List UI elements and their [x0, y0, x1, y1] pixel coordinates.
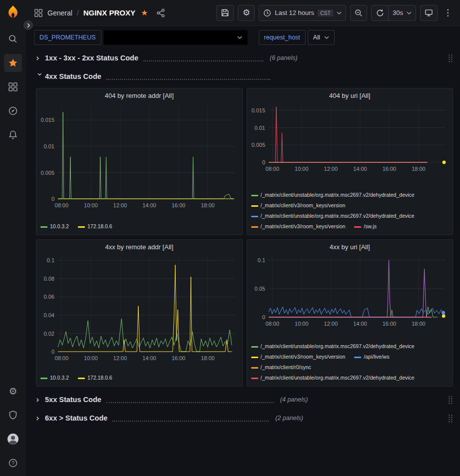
variables-bar: DS_PROMETHEUS request_host All [26, 26, 460, 49]
sidebar-expand-button[interactable] [23, 20, 33, 30]
svg-text:0.08: 0.08 [44, 276, 54, 282]
svg-text:0: 0 [262, 314, 265, 320]
refresh-interval-label: 30s [393, 9, 403, 16]
row-6xx[interactable]: › 6xx > Status Code (2 panels) [36, 411, 453, 425]
legend-item[interactable]: /_matrix/client/unstable/org.matrix.msc2… [251, 211, 415, 221]
request-host-variable-label[interactable]: request_host [259, 30, 306, 45]
time-series-chart[interactable]: 00.050.108:0010:0012:0014:0016:0018:00 [247, 252, 453, 332]
row-1xx-3xx-2xx[interactable]: › 1xx - 3xx - 2xx Status Code (6 panels) [36, 51, 453, 65]
search-icon [8, 34, 18, 44]
legend-item[interactable]: /_matrix/client/unstable/org.matrix.msc2… [251, 373, 415, 383]
panel-title[interactable]: 4xx by uri [All] [247, 240, 453, 252]
timezone-badge: CST [318, 9, 333, 16]
dashboard-settings-button[interactable]: ⚙ [238, 5, 255, 21]
svg-text:0.1: 0.1 [257, 257, 265, 263]
dashboard-content: DS_PROMETHEUS request_host All › 1xx - 3… [26, 26, 460, 476]
svg-text:10:00: 10:00 [295, 321, 309, 327]
save-dashboard-button[interactable] [216, 5, 234, 21]
row-5xx[interactable]: › 5xx Status Code (4 panels) [36, 393, 453, 407]
legend-item[interactable]: 10.0.3.2 [40, 373, 69, 383]
legend-series-name: 172.18.0.6 [87, 223, 112, 229]
chevron-down-icon [337, 11, 342, 14]
sidebar-item-server-admin[interactable] [4, 406, 22, 424]
share-button[interactable] [156, 8, 165, 17]
panel-title[interactable]: 4xx by remote addr [All] [36, 240, 242, 252]
panel-title[interactable]: 404 by uri [All] [247, 88, 453, 100]
svg-text:0.04: 0.04 [44, 312, 54, 318]
time-series-chart[interactable]: 00.0050.010.01508:0010:0012:0014:0016:00… [247, 100, 453, 177]
grafana-logo[interactable] [4, 4, 22, 22]
svg-text:16:00: 16:00 [382, 321, 396, 327]
datasource-variable-select[interactable] [103, 30, 248, 45]
panel-grid: 404 by remote addr [All] 00.0050.010.015… [36, 88, 453, 387]
legend-item[interactable]: 172.18.0.6 [78, 373, 112, 383]
more-options-button[interactable]: ⋮ [442, 5, 454, 21]
legend-series-marker [40, 378, 47, 379]
help-icon: ? [8, 458, 18, 468]
legend-item[interactable]: /_matrix/client/r0/sync [251, 362, 312, 373]
row-drag-handle[interactable] [448, 396, 453, 404]
time-series-chart[interactable]: 00.020.040.060.080.108:0010:0012:0014:00… [36, 252, 242, 367]
chart-legend: 10.0.3.2172.18.0.6 [36, 221, 242, 235]
zoom-out-button[interactable] [350, 5, 367, 21]
svg-text:18:00: 18:00 [201, 202, 215, 208]
share-icon [156, 8, 165, 17]
sidebar-item-alerting[interactable] [4, 126, 22, 144]
legend-series-marker [78, 226, 85, 228]
request-host-variable-select[interactable]: All [308, 30, 335, 45]
svg-text:14:00: 14:00 [353, 166, 367, 172]
legend-series-marker [78, 378, 85, 379]
sidebar-bottom-group: ⚙ ? [4, 379, 22, 475]
legend-item[interactable]: 10.0.3.2 [40, 221, 69, 232]
row-drag-handle[interactable] [448, 54, 453, 62]
legend-series-marker [251, 357, 258, 358]
row-panel-count: (4 panels) [280, 396, 308, 403]
chart-legend: /_matrix/client/unstable/org.matrix.msc2… [247, 341, 453, 386]
sidebar-item-dashboards[interactable] [4, 78, 22, 96]
panel-title[interactable]: 404 by remote addr [All] [36, 88, 242, 100]
sidebar-item-search[interactable] [4, 30, 22, 48]
svg-text:0.015: 0.015 [40, 117, 54, 123]
panels-area: › 1xx - 3xx - 2xx Status Code (6 panels)… [26, 49, 460, 425]
sidebar-item-help[interactable]: ? [4, 454, 22, 472]
refresh-interval-picker[interactable]: 30s [388, 5, 416, 21]
legend-series-name: /_matrix/client/v3/room_keys/version [261, 202, 346, 208]
sidebar-item-profile[interactable] [4, 430, 22, 448]
tv-mode-button[interactable] [420, 5, 438, 21]
chevron-down-icon [324, 36, 329, 39]
svg-text:0: 0 [262, 159, 265, 165]
favorite-star-icon[interactable]: ★ [141, 8, 148, 17]
time-series-chart[interactable]: 00.0050.010.01508:0010:0012:0014:0016:00… [36, 100, 242, 214]
legend-item[interactable]: 172.18.0.6 [78, 221, 112, 232]
svg-text:0.01: 0.01 [44, 143, 54, 149]
svg-text:08:00: 08:00 [265, 166, 279, 172]
legend-series-marker [251, 378, 258, 379]
svg-text:14:00: 14:00 [142, 355, 156, 361]
row-dotted-line [112, 415, 269, 422]
sidebar-item-explore[interactable] [4, 102, 22, 120]
legend-item[interactable]: /api/live/ws [354, 352, 389, 362]
panel-404-by-uri: 404 by uri [All] 00.0050.010.01508:0010:… [247, 88, 454, 235]
legend-item[interactable]: /_matrix/client/v3/room_keys/version [251, 352, 346, 362]
svg-text:10:00: 10:00 [84, 355, 98, 361]
sidebar-item-starred[interactable] [4, 54, 22, 72]
dashboard-title[interactable]: NGINX PROXY [83, 8, 135, 17]
refresh-button[interactable] [371, 5, 388, 21]
row-4xx[interactable]: › 4xx Status Code [36, 69, 453, 83]
legend-item[interactable]: /_matrix/client/v3/room_keys/version [251, 221, 346, 232]
breadcrumb-folder[interactable]: General [47, 9, 72, 17]
row-collapse-icon: › [36, 414, 43, 423]
sidebar-item-configuration[interactable]: ⚙ [4, 382, 22, 400]
time-range-picker[interactable]: Last 12 hours CST [259, 5, 346, 21]
svg-text:0.015: 0.015 [251, 107, 265, 113]
datasource-variable-label[interactable]: DS_PROMETHEUS [34, 30, 101, 45]
chevron-down-icon [237, 36, 242, 39]
legend-item[interactable]: /_matrix/client/v3/room_keys/version [251, 200, 346, 211]
shield-icon [8, 410, 18, 420]
row-drag-handle[interactable] [448, 414, 453, 423]
svg-text:0.02: 0.02 [44, 331, 54, 337]
legend-item[interactable]: /sw.js [354, 221, 377, 232]
legend-item[interactable]: /_matrix/client/unstable/org.matrix.msc2… [251, 190, 415, 200]
legend-item[interactable]: /_matrix/client/unstable/org.matrix.msc2… [251, 341, 415, 352]
chart-legend: 10.0.3.2172.18.0.6 [36, 373, 242, 386]
